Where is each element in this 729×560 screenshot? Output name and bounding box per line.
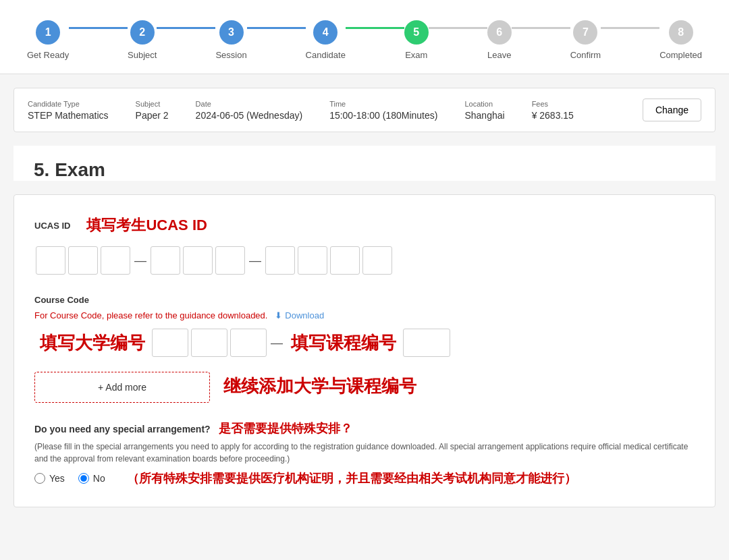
fees-label: Fees xyxy=(532,100,574,108)
ucas-digit-5[interactable] xyxy=(183,246,213,275)
step-7: 7 Confirm xyxy=(570,20,601,60)
step-6: 6 Leave xyxy=(487,20,512,60)
ucas-digit-8[interactable] xyxy=(298,246,327,275)
fees-field: Fees ¥ 2683.15 xyxy=(532,100,574,121)
date-value: 2024-06-05 (Wednesday) xyxy=(196,110,303,121)
course-code-label: Course Code xyxy=(34,295,695,305)
step-1: 1 Get Ready xyxy=(27,20,69,60)
special-q-en: Do you need any special arrangement? xyxy=(34,424,211,435)
date-field: Date 2024-06-05 (Wednesday) xyxy=(196,100,303,121)
ucas-id-label: UCAS ID xyxy=(34,221,70,231)
candidate-type-value: STEP Mathematics xyxy=(28,110,109,121)
step-8: 8 Completed xyxy=(659,20,702,60)
date-label: Date xyxy=(196,100,303,108)
special-desc: (Please fill in the special arrangements… xyxy=(34,441,695,465)
no-label: No xyxy=(93,473,105,484)
ucas-digit-4[interactable] xyxy=(151,246,180,275)
download-link[interactable]: ⬇ Download xyxy=(275,310,324,320)
change-button[interactable]: Change xyxy=(643,99,701,121)
step-circle-3: 3 xyxy=(219,20,244,45)
location-label: Location xyxy=(464,100,504,108)
step-circle-7: 7 xyxy=(573,20,597,45)
time-label: Time xyxy=(329,100,437,108)
yes-label: Yes xyxy=(49,473,65,484)
ucas-digit-2[interactable] xyxy=(68,246,98,275)
radio-row: Yes No （所有特殊安排需要提供医疗机构证明，并且需要经由相关考试机构同意才… xyxy=(34,470,695,486)
step-label-3: Session xyxy=(215,50,246,60)
yes-option[interactable]: Yes xyxy=(34,473,65,484)
connector-7-8 xyxy=(601,27,659,29)
course-box-2[interactable] xyxy=(191,329,227,357)
step-label-7: Confirm xyxy=(570,50,601,60)
ucas-dash-1: — xyxy=(134,254,146,268)
location-field: Location Shanghai xyxy=(464,100,504,121)
download-label: Download xyxy=(285,310,324,320)
step-circle-6: 6 xyxy=(487,20,512,45)
fees-value: ¥ 2683.15 xyxy=(532,110,574,121)
course-input-row: 填写大学编号 — 填写课程编号 xyxy=(34,327,695,358)
course-box-4[interactable] xyxy=(403,329,450,357)
course-code-hint-cn: 填写课程编号 xyxy=(291,331,396,355)
add-more-row: + Add more 继续添加大学与课程编号 xyxy=(34,365,695,407)
ucas-digit-6[interactable] xyxy=(215,246,245,275)
candidate-type-field: Candidate Type STEP Mathematics xyxy=(28,100,109,121)
connector-4-5 xyxy=(346,27,404,29)
course-box-1[interactable] xyxy=(152,329,188,357)
subject-label: Subject xyxy=(136,100,169,108)
ucas-digit-9[interactable] xyxy=(330,246,360,275)
connector-6-7 xyxy=(512,27,570,29)
connector-3-4 xyxy=(247,27,306,29)
step-label-5: Exam xyxy=(405,50,427,60)
stepper-section: 1 Get Ready 2 Subject 3 Session 4 Candid… xyxy=(0,0,729,74)
step-3: 3 Session xyxy=(215,20,246,60)
step-2: 2 Subject xyxy=(128,20,157,60)
step-circle-2: 2 xyxy=(130,20,155,45)
course-box-3[interactable] xyxy=(230,329,267,357)
yes-radio[interactable] xyxy=(34,473,45,484)
connector-5-6 xyxy=(429,27,487,29)
special-q-cn: 是否需要提供特殊安排？ xyxy=(219,422,352,435)
cn-note: （所有特殊安排需要提供医疗机构证明，并且需要经由相关考试机构同意才能进行） xyxy=(127,470,576,486)
step-circle-4: 4 xyxy=(313,20,338,45)
step-circle-8: 8 xyxy=(669,20,693,45)
special-q-row: Do you need any special arrangement? 是否需… xyxy=(34,420,695,437)
connector-1-2 xyxy=(69,27,128,29)
course-hint-text: For Course Code, please refer to the gui… xyxy=(34,310,267,320)
time-field: Time 15:00-18:00 (180Minutes) xyxy=(329,100,437,121)
ucas-input-row: — — xyxy=(34,245,695,276)
step-label-1: Get Ready xyxy=(27,50,69,60)
course-code-section: Course Code For Course Code, please refe… xyxy=(34,295,695,407)
location-value: Shanghai xyxy=(464,110,504,121)
summary-bar: Candidate Type STEP Mathematics Subject … xyxy=(14,88,716,132)
step-label-6: Leave xyxy=(487,50,511,60)
exam-title-row: 5. Exam xyxy=(14,146,716,181)
connector-2-3 xyxy=(157,27,215,29)
step-circle-5: 5 xyxy=(404,20,429,45)
ucas-id-hint: 填写考生UCAS ID xyxy=(86,215,207,235)
ucas-digit-3[interactable] xyxy=(101,246,130,275)
no-radio[interactable] xyxy=(78,473,89,484)
exam-section-title: 5. Exam xyxy=(34,159,695,181)
main-content: UCAS ID 填写考生UCAS ID — — Course Code For … xyxy=(14,194,716,507)
add-more-button[interactable]: + Add more xyxy=(34,372,210,403)
ucas-dash-2: — xyxy=(249,254,261,268)
step-label-2: Subject xyxy=(128,50,157,60)
special-arrangement-section: Do you need any special arrangement? 是否需… xyxy=(34,420,695,486)
step-label-4: Candidate xyxy=(306,50,346,60)
course-hint: For Course Code, please refer to the gui… xyxy=(34,310,695,320)
ucas-digit-7[interactable] xyxy=(265,246,295,275)
subject-value: Paper 2 xyxy=(136,110,169,121)
candidate-type-label: Candidate Type xyxy=(28,100,109,108)
stepper: 1 Get Ready 2 Subject 3 Session 4 Candid… xyxy=(27,20,702,60)
university-hint: 填写大学编号 xyxy=(40,331,145,355)
subject-field: Subject Paper 2 xyxy=(136,100,169,121)
course-dash: — xyxy=(271,336,283,350)
step-label-8: Completed xyxy=(659,50,702,60)
ucas-digit-10[interactable] xyxy=(362,246,392,275)
time-value: 15:00-18:00 (180Minutes) xyxy=(329,110,437,121)
ucas-digit-1[interactable] xyxy=(36,246,65,275)
no-option[interactable]: No xyxy=(78,473,105,484)
ucas-id-row: UCAS ID 填写考生UCAS ID xyxy=(34,215,695,241)
step-circle-1: 1 xyxy=(36,20,60,45)
step-4: 4 Candidate xyxy=(306,20,346,60)
